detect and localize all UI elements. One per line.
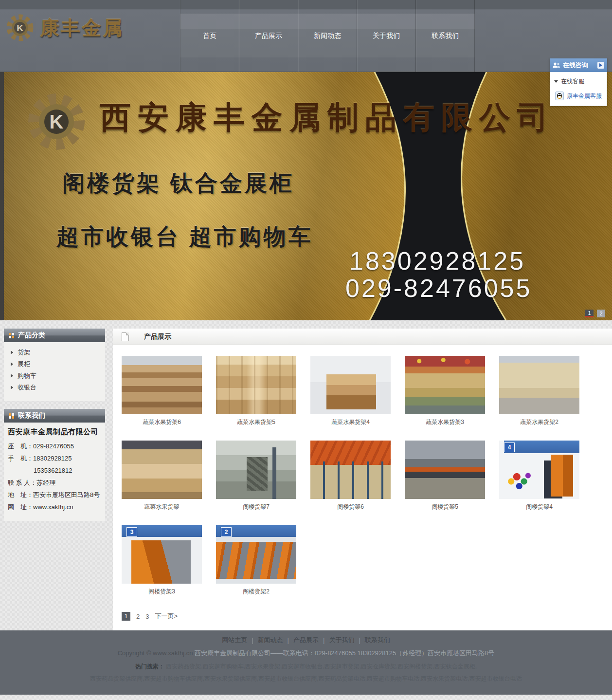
banner-pager: 1 2 — [585, 310, 605, 317]
consult-agent-label: 康丰金属客服 — [567, 92, 602, 100]
footer-link-home[interactable]: 网站主页 — [222, 636, 247, 645]
pagination: 1 2 3 下一页> — [113, 595, 612, 621]
category-panel-header: 产品分类 — [4, 329, 105, 342]
nav-item-home[interactable]: 首页 — [180, 0, 239, 72]
image-number-badge: 4 — [504, 442, 515, 452]
product-name[interactable]: 阁楼货架3 — [122, 588, 202, 595]
contact-panel: 联系我们 西安康丰金属制品有限公司 座 机：029-82476055 手 机：1… — [4, 409, 105, 521]
consult-agent-link[interactable]: 康丰金属客服 — [553, 92, 604, 100]
category-item-cart[interactable]: 购物车 — [4, 370, 105, 382]
footer-link-products[interactable]: 产品展示 — [293, 636, 319, 645]
product-name[interactable]: 阁楼货架5 — [405, 503, 485, 511]
pagination-next[interactable]: 下一页> — [155, 612, 178, 621]
product-image[interactable] — [405, 356, 485, 414]
nav-item-news[interactable]: 新闻动态 — [298, 0, 357, 72]
product-name[interactable]: 蔬菜水果货架3 — [405, 419, 485, 426]
copyright-text: 西安康丰金属制品有限公司——联系电话：029-82476055 18302928… — [195, 649, 494, 657]
logo-text: 康丰金属 — [40, 15, 124, 41]
footer-link-about[interactable]: 关于我们 — [329, 636, 354, 645]
nav-item-about[interactable]: 关于我们 — [357, 0, 415, 72]
gear-logo-icon: K — [5, 13, 35, 43]
consult-group-row[interactable]: 在线客服 — [553, 76, 604, 87]
image-number-badge: 3 — [126, 527, 137, 537]
arrow-right-icon — [11, 386, 13, 389]
category-item-showcase[interactable]: 展柜 — [4, 358, 105, 370]
category-label: 购物车 — [18, 371, 36, 380]
contact-row-tel: 座 机：029-82476055 — [8, 440, 101, 452]
banner-page-2[interactable]: 2 — [597, 310, 605, 317]
banner-company-title: 西安康丰金属制品有限公司 — [100, 96, 555, 139]
product-card: 蔬菜水果货架5 — [216, 356, 296, 426]
product-name[interactable]: 阁楼货架6 — [310, 503, 391, 511]
hot-search-line-1: 热门搜索： 西安药品货架,西安超市购物车,西安水果货架,西安超市收银台,西安超市… — [0, 663, 612, 671]
nav-item-label: 首页 — [203, 32, 216, 40]
category-panel: 产品分类 货架 展柜 购物车 收银台 — [4, 329, 105, 401]
contact-panel-header: 联系我们 — [4, 409, 105, 423]
arrow-right-icon — [11, 362, 13, 366]
contact-row-website: 网 址：www.xakfhj.cn — [8, 501, 101, 513]
page: K 康丰金属 首页 产品展示 新闻动态 关于我们 联系我们 K 西安康丰金属制品… — [0, 0, 612, 700]
product-image[interactable] — [310, 356, 391, 414]
banner-gear-icon: K — [24, 90, 89, 154]
product-image[interactable]: 4 — [499, 441, 579, 499]
hot-search-links-1[interactable]: 西安药品货架,西安超市购物车,西安水果货架,西安超市收银台,西安超市货架,西安仓… — [166, 663, 477, 670]
banner-page-1[interactable]: 1 — [585, 310, 594, 317]
separator: | — [288, 637, 289, 644]
hot-search-label: 热门搜索： — [135, 663, 164, 670]
product-image[interactable] — [310, 441, 391, 499]
banner-slogan-2: 超市收银台 超市购物车 — [56, 222, 313, 252]
product-name[interactable]: 阁楼货架7 — [216, 503, 296, 511]
banner-phone-mobile: 18302928125 — [349, 246, 525, 276]
copyright-site-link[interactable]: www.xakfhj.cn — [153, 649, 193, 657]
product-image[interactable] — [499, 356, 579, 414]
hero-banner: K 西安康丰金属制品有限公司 阁楼货架 钛合金展柜 超市收银台 超市购物车 18… — [0, 72, 612, 320]
product-card: 4 阁楼货架4 — [499, 441, 579, 511]
product-name[interactable]: 蔬菜水果货架6 — [122, 419, 202, 426]
footer-link-contact[interactable]: 联系我们 — [365, 636, 390, 645]
squares-icon — [9, 413, 14, 419]
main-nav: 首页 产品展示 新闻动态 关于我们 联系我们 — [180, 0, 475, 72]
product-image[interactable] — [405, 441, 485, 499]
pagination-page-1[interactable]: 1 — [122, 612, 130, 621]
nav-item-contact[interactable]: 联系我们 — [415, 0, 475, 72]
contact-company-name: 西安康丰金属制品有限公司 — [8, 427, 101, 437]
main-content: 产品展示 蔬菜水果货架6 蔬菜水果货架5 蔬菜水果货架4 蔬菜水果货架3 蔬菜水… — [113, 329, 612, 630]
consult-collapse-button[interactable] — [597, 62, 604, 69]
contact-info: 西安康丰金属制品有限公司 座 机：029-82476055 手 机：183029… — [4, 423, 105, 521]
product-card: 阁楼货架5 — [405, 441, 485, 511]
category-item-shelves[interactable]: 货架 — [4, 347, 105, 358]
contact-row-mobile2: 15353621812 — [8, 464, 101, 477]
footer-link-news[interactable]: 新闻动态 — [258, 636, 283, 645]
site-logo[interactable]: K 康丰金属 — [5, 13, 124, 43]
product-image[interactable] — [122, 356, 202, 414]
banner-phone-tel: 029-82476055 — [345, 274, 532, 303]
product-card: 蔬菜水果货架2 — [499, 356, 579, 426]
product-image[interactable] — [122, 441, 202, 499]
nav-item-products[interactable]: 产品展示 — [239, 0, 298, 72]
product-name[interactable]: 蔬菜水果货架4 — [310, 419, 391, 426]
copyright-line: Copyright © www.xakfhj.cn 西安康丰金属制品有限公司——… — [0, 649, 612, 658]
product-name[interactable]: 蔬菜水果货架5 — [216, 419, 296, 426]
product-card: 蔬菜水果货架3 — [405, 356, 485, 426]
category-list: 货架 展柜 购物车 收银台 — [4, 342, 105, 401]
hot-search-links-2[interactable]: 西安药品货架供应商,西安超市购物车供应商,西安水果货架供应商,西安超市收银台供应… — [90, 675, 522, 682]
product-image[interactable]: 3 — [122, 525, 202, 584]
product-image[interactable]: 2 — [216, 525, 296, 584]
product-name[interactable]: 蔬菜水果货架 — [122, 503, 202, 511]
pagination-page-2[interactable]: 2 — [136, 613, 140, 620]
pagination-page-3[interactable]: 3 — [145, 613, 149, 620]
consult-header[interactable]: 在线咨询 — [550, 58, 607, 72]
category-item-checkout[interactable]: 收银台 — [4, 382, 105, 393]
product-card: 3 阁楼货架3 — [122, 525, 202, 595]
product-image[interactable] — [216, 441, 296, 499]
product-image[interactable] — [216, 356, 296, 414]
logo-k-letter: K — [17, 23, 23, 33]
product-name[interactable]: 阁楼货架2 — [216, 588, 296, 595]
product-name[interactable]: 蔬菜水果货架2 — [499, 419, 579, 426]
arrow-right-icon — [11, 374, 13, 378]
chevron-down-icon — [554, 80, 558, 83]
footer: 网站主页 | 新闻动态 | 产品展示 | 关于我们 | 联系我们 Copyrig… — [0, 630, 612, 695]
section-header: 产品展示 — [113, 329, 612, 345]
product-name[interactable]: 阁楼货架4 — [499, 503, 579, 511]
separator: | — [359, 637, 360, 644]
